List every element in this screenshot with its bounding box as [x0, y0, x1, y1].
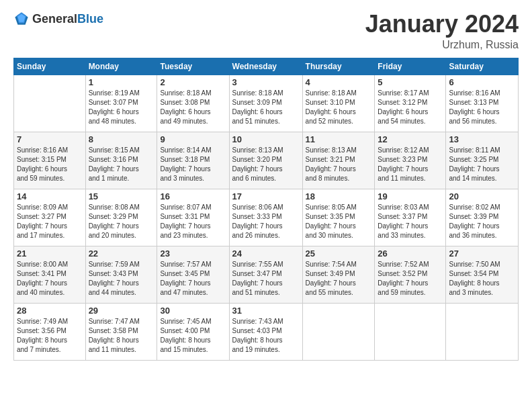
day-info: Sunrise: 8:07 AM Sunset: 3:31 PM Dayligh… [160, 203, 226, 240]
day-info: Sunrise: 8:02 AM Sunset: 3:39 PM Dayligh… [449, 203, 515, 240]
day-number: 22 [89, 248, 154, 259]
calendar-cell: 31Sunrise: 7:43 AM Sunset: 4:03 PM Dayli… [229, 303, 302, 360]
day-number: 12 [378, 134, 443, 144]
calendar-week-5: 28Sunrise: 7:49 AM Sunset: 3:56 PM Dayli… [14, 303, 519, 360]
calendar-cell: 26Sunrise: 7:52 AM Sunset: 3:52 PM Dayli… [375, 246, 446, 303]
logo-general: General [32, 12, 77, 26]
calendar-week-1: 1Sunrise: 8:19 AM Sunset: 3:07 PM Daylig… [14, 75, 519, 132]
calendar-cell: 21Sunrise: 8:00 AM Sunset: 3:41 PM Dayli… [14, 246, 86, 303]
col-wednesday: Wednesday [229, 58, 302, 75]
calendar-table: Sunday Monday Tuesday Wednesday Thursday… [13, 58, 519, 361]
day-number: 19 [378, 191, 443, 201]
calendar-week-4: 21Sunrise: 8:00 AM Sunset: 3:41 PM Dayli… [14, 246, 519, 303]
day-number: 10 [232, 134, 300, 144]
day-number: 17 [232, 191, 300, 201]
day-info: Sunrise: 7:52 AM Sunset: 3:52 PM Dayligh… [378, 260, 443, 298]
day-info: Sunrise: 7:47 AM Sunset: 3:58 PM Dayligh… [89, 317, 154, 355]
day-info: Sunrise: 8:18 AM Sunset: 3:08 PM Dayligh… [160, 89, 226, 126]
day-number: 13 [449, 134, 515, 144]
day-info: Sunrise: 7:54 AM Sunset: 3:49 PM Dayligh… [306, 260, 372, 298]
day-info: Sunrise: 8:11 AM Sunset: 3:25 PM Dayligh… [449, 146, 515, 183]
calendar-cell: 19Sunrise: 8:03 AM Sunset: 3:37 PM Dayli… [375, 189, 446, 246]
day-info: Sunrise: 8:06 AM Sunset: 3:33 PM Dayligh… [232, 203, 300, 240]
title-area: January 2024 Urzhum, Russia [365, 11, 519, 51]
calendar-cell: 16Sunrise: 8:07 AM Sunset: 3:31 PM Dayli… [157, 189, 229, 246]
calendar-cell [446, 303, 519, 360]
col-friday: Friday [375, 58, 446, 75]
calendar-cell: 5Sunrise: 8:17 AM Sunset: 3:12 PM Daylig… [375, 75, 446, 132]
calendar-cell: 2Sunrise: 8:18 AM Sunset: 3:08 PM Daylig… [157, 75, 229, 132]
calendar-cell: 9Sunrise: 8:14 AM Sunset: 3:18 PM Daylig… [157, 132, 229, 189]
calendar-week-2: 7Sunrise: 8:16 AM Sunset: 3:15 PM Daylig… [14, 132, 519, 189]
day-number: 4 [306, 77, 372, 87]
calendar-cell [375, 303, 446, 360]
day-info: Sunrise: 8:19 AM Sunset: 3:07 PM Dayligh… [89, 89, 154, 126]
calendar-cell: 29Sunrise: 7:47 AM Sunset: 3:58 PM Dayli… [85, 303, 157, 360]
calendar-cell: 20Sunrise: 8:02 AM Sunset: 3:39 PM Dayli… [446, 189, 519, 246]
day-number: 16 [160, 191, 226, 201]
day-info: Sunrise: 7:45 AM Sunset: 4:00 PM Dayligh… [160, 317, 226, 355]
day-info: Sunrise: 8:13 AM Sunset: 3:20 PM Dayligh… [232, 146, 300, 183]
day-number: 26 [378, 248, 443, 259]
calendar-week-3: 14Sunrise: 8:09 AM Sunset: 3:27 PM Dayli… [14, 189, 519, 246]
col-saturday: Saturday [446, 58, 519, 75]
day-number: 31 [232, 306, 300, 316]
day-number: 28 [17, 306, 83, 316]
calendar-cell: 25Sunrise: 7:54 AM Sunset: 3:49 PM Dayli… [302, 246, 375, 303]
calendar-cell: 15Sunrise: 8:08 AM Sunset: 3:29 PM Dayli… [85, 189, 157, 246]
day-number: 8 [89, 134, 154, 144]
day-number: 7 [17, 134, 83, 144]
logo: GeneralBlue [13, 11, 103, 27]
day-number: 1 [89, 77, 154, 87]
day-number: 14 [17, 191, 83, 201]
day-number: 24 [232, 248, 300, 259]
calendar-cell: 22Sunrise: 7:59 AM Sunset: 3:43 PM Dayli… [85, 246, 157, 303]
calendar-cell: 28Sunrise: 7:49 AM Sunset: 3:56 PM Dayli… [14, 303, 86, 360]
calendar-cell: 13Sunrise: 8:11 AM Sunset: 3:25 PM Dayli… [446, 132, 519, 189]
day-info: Sunrise: 7:55 AM Sunset: 3:47 PM Dayligh… [232, 260, 300, 298]
day-number: 3 [232, 77, 300, 87]
day-info: Sunrise: 7:59 AM Sunset: 3:43 PM Dayligh… [89, 260, 154, 298]
location: Urzhum, Russia [365, 39, 519, 51]
day-info: Sunrise: 8:18 AM Sunset: 3:10 PM Dayligh… [306, 89, 372, 126]
logo-icon [13, 11, 30, 27]
calendar-cell: 11Sunrise: 8:13 AM Sunset: 3:21 PM Dayli… [302, 132, 375, 189]
calendar-cell: 12Sunrise: 8:12 AM Sunset: 3:23 PM Dayli… [375, 132, 446, 189]
calendar-cell: 6Sunrise: 8:16 AM Sunset: 3:13 PM Daylig… [446, 75, 519, 132]
calendar-cell: 23Sunrise: 7:57 AM Sunset: 3:45 PM Dayli… [157, 246, 229, 303]
day-info: Sunrise: 8:12 AM Sunset: 3:23 PM Dayligh… [378, 146, 443, 183]
calendar-cell: 24Sunrise: 7:55 AM Sunset: 3:47 PM Dayli… [229, 246, 302, 303]
calendar-cell: 1Sunrise: 8:19 AM Sunset: 3:07 PM Daylig… [85, 75, 157, 132]
day-number: 2 [160, 77, 226, 87]
day-info: Sunrise: 7:57 AM Sunset: 3:45 PM Dayligh… [160, 260, 226, 298]
day-info: Sunrise: 8:18 AM Sunset: 3:09 PM Dayligh… [232, 89, 300, 126]
col-tuesday: Tuesday [157, 58, 229, 75]
logo-blue: Blue [77, 12, 103, 26]
calendar-cell [302, 303, 375, 360]
day-info: Sunrise: 8:08 AM Sunset: 3:29 PM Dayligh… [89, 203, 154, 240]
calendar-cell: 17Sunrise: 8:06 AM Sunset: 3:33 PM Dayli… [229, 189, 302, 246]
calendar-cell: 18Sunrise: 8:05 AM Sunset: 3:35 PM Dayli… [302, 189, 375, 246]
header: GeneralBlue January 2024 Urzhum, Russia [13, 11, 519, 51]
day-info: Sunrise: 7:49 AM Sunset: 3:56 PM Dayligh… [17, 317, 83, 355]
logo-text: GeneralBlue [32, 12, 103, 26]
day-info: Sunrise: 8:15 AM Sunset: 3:16 PM Dayligh… [89, 146, 154, 183]
day-info: Sunrise: 8:05 AM Sunset: 3:35 PM Dayligh… [306, 203, 372, 240]
day-number: 21 [17, 248, 83, 259]
day-number: 27 [449, 248, 515, 259]
day-info: Sunrise: 8:16 AM Sunset: 3:13 PM Dayligh… [449, 89, 515, 126]
month-title: January 2024 [365, 11, 519, 38]
calendar-cell: 27Sunrise: 7:50 AM Sunset: 3:54 PM Dayli… [446, 246, 519, 303]
calendar-cell: 7Sunrise: 8:16 AM Sunset: 3:15 PM Daylig… [14, 132, 86, 189]
calendar-cell: 8Sunrise: 8:15 AM Sunset: 3:16 PM Daylig… [85, 132, 157, 189]
day-number: 23 [160, 248, 226, 259]
day-info: Sunrise: 8:16 AM Sunset: 3:15 PM Dayligh… [17, 146, 83, 183]
calendar-cell: 30Sunrise: 7:45 AM Sunset: 4:00 PM Dayli… [157, 303, 229, 360]
day-number: 20 [449, 191, 515, 201]
day-number: 11 [306, 134, 372, 144]
day-number: 25 [306, 248, 372, 259]
col-thursday: Thursday [302, 58, 375, 75]
calendar-cell [14, 75, 86, 132]
day-info: Sunrise: 8:17 AM Sunset: 3:12 PM Dayligh… [378, 89, 443, 126]
day-info: Sunrise: 8:03 AM Sunset: 3:37 PM Dayligh… [378, 203, 443, 240]
